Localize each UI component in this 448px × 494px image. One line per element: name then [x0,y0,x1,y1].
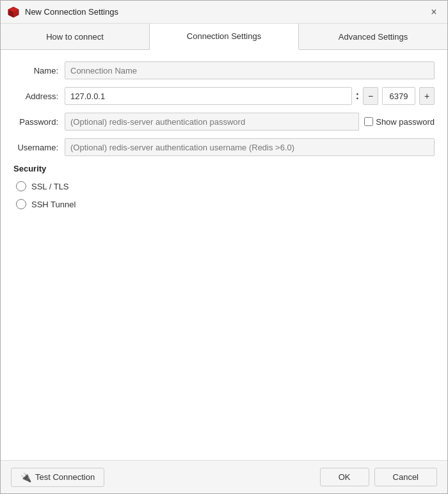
test-connection-button[interactable]: 🔌 Test Connection [11,468,104,487]
show-password-text: Show password [376,117,435,127]
address-input[interactable] [65,87,352,105]
title-bar-left: New Connection Settings [7,6,118,19]
plug-icon: 🔌 [20,472,31,482]
test-connection-label: Test Connection [35,472,95,482]
security-heading: Security [13,164,435,173]
tab-advanced-settings[interactable]: Advanced Settings [299,24,447,49]
password-label: Password: [13,117,65,127]
port-input[interactable] [382,87,415,105]
password-input-group: Show password [65,113,435,131]
footer: 🔌 Test Connection OK Cancel [1,460,447,493]
footer-right: OK Cancel [320,468,437,486]
tab-bar: How to connect Connection Settings Advan… [1,24,447,50]
ssh-tunnel-label[interactable]: SSH Tunnel [31,200,76,209]
tab-connection-settings[interactable]: Connection Settings [150,24,299,50]
tab-how-to-connect[interactable]: How to connect [1,24,150,49]
main-window: New Connection Settings × How to connect… [0,0,448,494]
name-row: Name: [13,61,435,79]
ok-button[interactable]: OK [320,468,369,486]
title-bar: New Connection Settings × [1,1,447,24]
cancel-button[interactable]: Cancel [374,468,437,486]
ssl-tls-label[interactable]: SSL / TLS [31,182,69,191]
ssl-tls-row: SSL / TLS [16,181,435,191]
name-input[interactable] [65,61,435,79]
username-label: Username: [13,143,65,152]
address-input-group: : − + [65,87,435,105]
port-decrement-button[interactable]: − [363,87,378,105]
show-password-checkbox[interactable] [364,117,373,126]
password-input[interactable] [65,113,359,131]
username-input[interactable] [65,138,435,156]
app-icon [7,6,20,19]
port-increment-button[interactable]: + [419,87,435,105]
content-area: Name: Address: : − + Password: Show pass… [1,50,447,460]
password-row: Password: Show password [13,113,435,131]
window-title: New Connection Settings [25,7,118,17]
ssh-tunnel-radio[interactable] [16,199,26,209]
address-row: Address: : − + [13,87,435,105]
name-label: Name: [13,66,65,76]
colon-separator: : [356,90,359,102]
show-password-label[interactable]: Show password [364,117,435,127]
ssl-tls-radio[interactable] [16,181,26,191]
ssh-tunnel-row: SSH Tunnel [16,199,435,209]
username-row: Username: [13,138,435,156]
close-button[interactable]: × [427,5,441,19]
address-label: Address: [13,92,65,101]
